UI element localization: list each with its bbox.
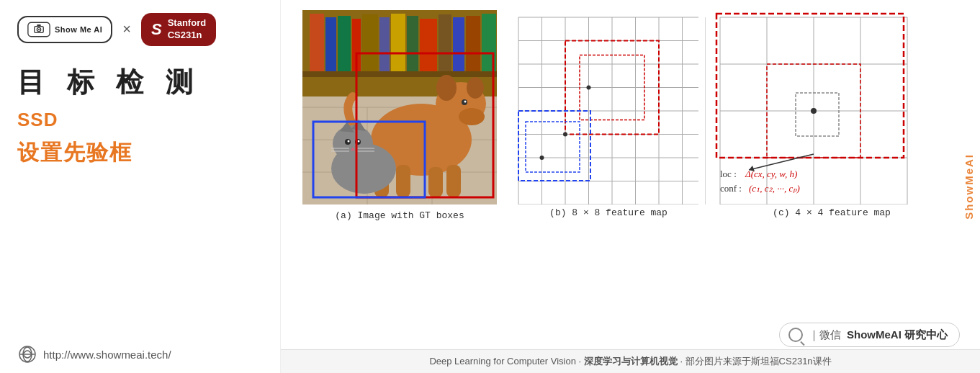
svg-rect-19 — [362, 14, 378, 72]
diagrams-area: (a) Image with GT boxes — [295, 10, 966, 349]
svg-line-97 — [749, 154, 814, 170]
showmeai-label: Show Me AI — [55, 25, 102, 34]
svg-point-99 — [811, 108, 817, 114]
svg-text:loc :: loc : — [720, 168, 737, 179]
showmeai-icon — [27, 22, 50, 37]
svg-rect-23 — [420, 19, 437, 71]
svg-rect-26 — [466, 16, 480, 72]
search-bar[interactable]: ｜微信 ShowMeAI 研究中心 — [779, 323, 960, 347]
dog-cat-image — [302, 10, 497, 205]
svg-point-35 — [464, 101, 467, 103]
sidebar: Show Me AI × S Stanford CS231n 目 标 检 测 S… — [0, 0, 281, 373]
svg-rect-76 — [526, 122, 580, 172]
subtitle-prior-boxes: 设置先验框 — [17, 138, 263, 168]
svg-point-77 — [587, 86, 591, 90]
footer-bold-text: 深度学习与计算机视觉 — [584, 356, 678, 367]
logo-area: Show Me AI × S Stanford CS231n — [17, 13, 263, 46]
stanford-text: Stanford CS231n — [168, 17, 206, 42]
main-content: (a) Image with GT boxes — [281, 0, 980, 373]
caption-b: (b) 8 × 8 feature map — [511, 207, 706, 218]
svg-point-47 — [358, 140, 360, 143]
footer-text: Deep Learning for Computer Vision · 深度学习… — [429, 356, 831, 367]
search-bold-text: ShowMeAI 研究中心 — [847, 328, 948, 342]
svg-rect-16 — [325, 17, 336, 71]
search-divider-text: ｜微信 — [809, 328, 841, 342]
svg-point-79 — [540, 156, 544, 160]
svg-rect-38 — [428, 167, 443, 197]
caption-c: (c) 4 × 4 feature map — [713, 207, 950, 218]
svg-rect-4 — [37, 24, 40, 27]
svg-rect-15 — [310, 14, 324, 71]
svg-point-45 — [348, 140, 350, 143]
svg-rect-20 — [379, 17, 390, 71]
svg-rect-37 — [396, 165, 410, 197]
svg-point-78 — [563, 132, 567, 137]
showmeai-badge: Show Me AI — [17, 16, 112, 43]
svg-text:(c₁, c₂, ···, cₚ): (c₁, c₂, ···, cₚ) — [749, 183, 800, 194]
svg-rect-22 — [407, 16, 418, 72]
svg-point-33 — [459, 108, 485, 125]
panel-b: (b) 8 × 8 feature map — [511, 10, 706, 218]
svg-rect-92 — [796, 93, 839, 136]
svg-rect-25 — [453, 17, 464, 71]
website-url: http://www.showmeai.tech/ — [43, 349, 171, 361]
svg-rect-21 — [391, 14, 405, 71]
svg-text:conf :: conf : — [720, 183, 742, 194]
main-title: 目 标 检 测 — [17, 66, 263, 99]
svg-rect-28 — [302, 71, 497, 77]
search-bar-container[interactable]: ｜微信 ShowMeAI 研究中心 — [779, 323, 960, 347]
svg-point-31 — [436, 75, 457, 101]
search-icon — [788, 328, 803, 342]
svg-rect-39 — [446, 165, 461, 197]
footer: Deep Learning for Computer Vision · 深度学习… — [281, 349, 980, 373]
x-separator: × — [122, 21, 131, 37]
stanford-s-icon: S — [151, 20, 162, 39]
content-body: (a) Image with GT boxes — [281, 0, 980, 349]
svg-rect-24 — [439, 14, 451, 72]
title-section: 目 标 检 测 SSD 设置先验框 — [17, 66, 263, 168]
svg-rect-17 — [338, 16, 351, 72]
bottom-link[interactable]: http://www.showmeai.tech/ — [17, 337, 263, 364]
ssd-label: SSD — [17, 109, 263, 131]
caption-a: (a) Image with GT boxes — [295, 210, 504, 221]
panel-c: loc : Δ(cx, cy, w, h) conf : (c₁, c₂, ··… — [713, 10, 950, 218]
svg-point-3 — [38, 29, 40, 30]
link-icon — [17, 344, 37, 364]
panel-a: (a) Image with GT boxes — [295, 10, 504, 221]
stanford-badge: S Stanford CS231n — [141, 13, 216, 46]
svg-point-32 — [467, 77, 484, 99]
